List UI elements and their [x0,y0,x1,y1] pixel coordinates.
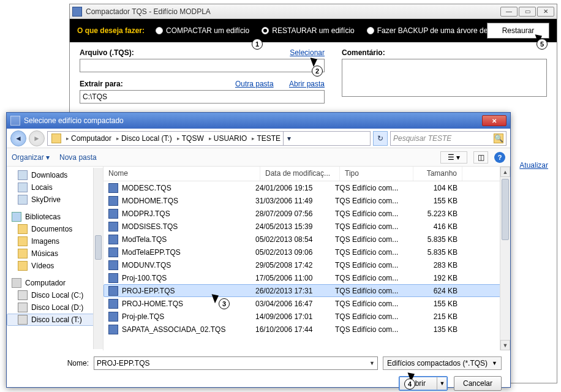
file-scrollbar[interactable]: ▲ ▼ [500,167,510,350]
bc-seg[interactable]: USUARIO [214,134,247,143]
selecionar-link[interactable]: Selecionar [290,48,325,57]
close-button[interactable]: ✕ [537,7,554,17]
atualizar-link[interactable]: Atualizar [519,161,548,170]
documents-icon [18,224,28,234]
file-size: 104 KB [409,184,457,192]
nova-pasta-button[interactable]: Nova pasta [59,153,97,162]
file-icon [108,235,118,244]
bc-seg[interactable]: TESTE [257,134,280,143]
table-row[interactable]: Proj-100.TQS17/05/2006 11:00TQS Edifício… [104,271,510,284]
nav-back-button[interactable]: ◄ [10,130,26,146]
file-icon [108,299,118,309]
search-placeholder: Pesquisar TESTE [393,134,451,143]
table-row[interactable]: PROJ-EPP.TQS26/02/2013 17:31TQS Edifício… [104,284,510,297]
file-list-header: Nome Data de modificaç... Tipo Tamanho [104,167,510,181]
sidebar-item[interactable]: Disco Local (T:) [7,314,103,326]
bc-seg[interactable]: Computador [71,134,111,143]
comentario-textarea[interactable] [342,59,547,97]
file-type: TQS Edifício com... [335,222,409,231]
sidebar-group-bibliotecas[interactable]: Bibliotecas [7,211,103,223]
file-date: 24/01/2006 19:15 [255,184,335,192]
table-row[interactable]: ModTela.TQS05/02/2013 08:54TQS Edifício … [104,233,510,246]
library-icon [12,212,21,222]
sidebar-item[interactable]: Disco Local (C:) [7,289,103,301]
sidebar-item[interactable]: Disco Local (D:) [7,301,103,314]
col-nome[interactable]: Nome [104,167,260,181]
table-row[interactable]: MODUNV.TQS29/05/2008 17:42TQS Edifício c… [104,258,510,271]
file-dialog: Selecione edifício compactado ✕ ◄ ► ▸Com… [6,112,511,388]
view-mode-button[interactable]: ☰ ▾ [440,151,467,164]
abrir-pasta-link[interactable]: Abrir pasta [289,80,325,88]
scrollbar-thumb[interactable] [95,235,102,260]
file-size: 215 KB [409,312,457,321]
filename-input[interactable]: PROJ-EPP.TQS▼ [94,356,378,370]
preview-pane-button[interactable]: ◫ [473,151,488,164]
table-row[interactable]: MODESC.TQS24/01/2006 19:15TQS Edifício c… [104,181,510,194]
sidebar-item[interactable]: Documentos [7,223,103,235]
dialog-footer: Nome: PROJ-EPP.TQS▼ Edifícios compactado… [7,350,510,392]
callout-3: 3 [219,298,230,309]
table-row[interactable]: PROJ-HOME.TQS03/04/2006 16:47TQS Edifíci… [104,297,510,310]
sidebar-group-computador[interactable]: Computador [7,277,103,289]
dialog-title: Selecione edifício compactado [24,116,482,125]
dialog-body: Downloads Locais SkyDrive Bibliotecas Do… [7,167,510,350]
table-row[interactable]: MODSISES.TQS24/05/2013 15:39TQS Edifício… [104,220,510,233]
sidebar-item[interactable]: Downloads [7,169,103,181]
sidebar-item[interactable]: Locais [7,181,103,194]
radio-restaurar[interactable]: RESTAURAR um edifício [262,26,354,35]
nav-row: ◄ ► ▸Computador ▸Disco Local (T:) ▸TQSW … [7,129,510,148]
file-icon [108,325,118,334]
sidebar-scrollbar[interactable] [93,168,103,349]
file-icon [108,273,118,283]
minimize-button[interactable]: — [500,7,518,17]
file-list: Nome Data de modificaç... Tipo Tamanho M… [104,167,510,350]
scroll-down-button[interactable]: ▼ [500,340,510,350]
scroll-up-button[interactable]: ▲ [500,167,510,177]
organizar-menu[interactable]: Organizar ▾ [12,153,50,162]
table-row[interactable]: Proj-ple.TQS14/09/2006 17:01TQS Edifício… [104,310,510,323]
sidebar-item[interactable]: SkyDrive [7,194,103,206]
maximize-button[interactable]: ▭ [519,7,536,17]
table-row[interactable]: SAPATA_ASSOCIADA_02.TQS16/10/2006 17:44T… [104,323,510,336]
search-input[interactable]: Pesquisar TESTE 🔍 [390,131,506,146]
open-button-dropdown[interactable]: ▼ [437,380,447,386]
sidebar-item[interactable]: Imagens [7,235,103,247]
extrair-input[interactable] [80,90,325,104]
breadcrumb-dropdown[interactable]: ▾ [283,132,294,145]
file-size: 5.223 KB [409,209,457,218]
drive-icon [18,290,28,300]
cancel-button[interactable]: Cancelar [454,376,502,391]
bc-seg[interactable]: TQSW [182,134,204,143]
file-name: MODPRJ.TQS [122,209,170,218]
sidebar-item[interactable]: Músicas [7,247,103,260]
restore-button[interactable]: Restaurar [487,23,549,39]
sidebar-item[interactable]: Vídeos [7,260,103,272]
arquivo-input[interactable] [80,59,325,72]
table-row[interactable]: ModTelaEPP.TQS05/02/2013 09:06TQS Edifíc… [104,246,510,258]
file-date: 17/05/2006 11:00 [255,274,335,282]
file-date: 03/04/2006 16:47 [255,300,335,308]
nav-forward-button[interactable]: ► [29,130,45,146]
refresh-button[interactable]: ↻ [373,131,388,146]
dialog-icon [10,116,20,126]
file-type: TQS Edifício com... [335,209,409,218]
sidebar: Downloads Locais SkyDrive Bibliotecas Do… [7,167,104,350]
dialog-close-button[interactable]: ✕ [482,115,506,126]
filetype-select[interactable]: Edifícios compactados (*.TQS)▼ [383,356,502,370]
col-tipo[interactable]: Tipo [340,167,413,181]
col-data[interactable]: Data de modificaç... [260,167,340,181]
breadcrumb[interactable]: ▸Computador ▸Disco Local (T:) ▸TQSW ▸USU… [47,131,371,146]
file-icon [108,196,118,206]
file-date: 28/07/2009 07:56 [255,209,335,218]
file-name: MODESC.TQS [122,184,171,192]
scrollbar-thumb[interactable] [502,179,509,240]
radio-compactar[interactable]: COMPACTAR um edifício [156,26,249,35]
table-row[interactable]: MODHOME.TQS31/03/2006 11:49TQS Edifício … [104,194,510,207]
bc-seg[interactable]: Disco Local (T:) [121,134,172,143]
file-name: ModTela.TQS [122,235,167,244]
search-icon: 🔍 [494,134,503,143]
outra-pasta-link[interactable]: Outra pasta [235,80,274,88]
col-tamanho[interactable]: Tamanho [413,167,462,181]
table-row[interactable]: MODPRJ.TQS28/07/2009 07:56TQS Edifício c… [104,207,510,220]
help-icon[interactable]: ? [494,152,505,163]
